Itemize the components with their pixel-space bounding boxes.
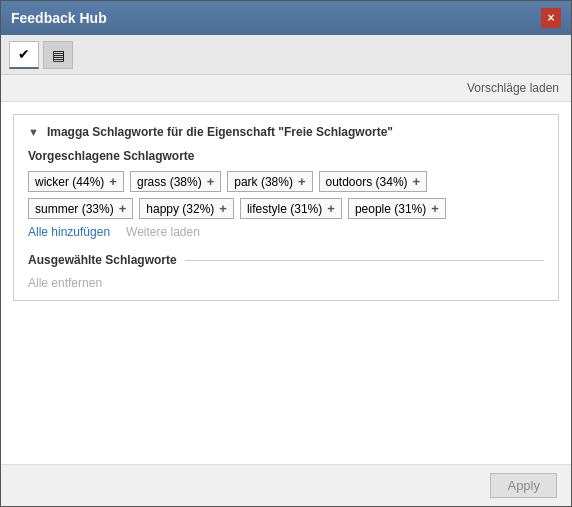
tag-lifestyle-add[interactable]: + [327, 201, 335, 216]
toolbar: ✔ ▤ [1, 35, 571, 75]
tag-happy-label: happy (32%) [146, 202, 214, 216]
tag-grass-add[interactable]: + [207, 174, 215, 189]
tag-outdoors-label: outdoors (34%) [326, 175, 408, 189]
window-title: Feedback Hub [11, 10, 107, 26]
tag-park: park (38%) + [227, 171, 312, 192]
footer: Apply [1, 464, 571, 506]
selected-label: Ausgewählte Schlagworte [28, 253, 544, 267]
section-links: Alle hinzufügen Weitere laden [28, 225, 544, 239]
tag-grass: grass (38%) + [130, 171, 221, 192]
tag-park-add[interactable]: + [298, 174, 306, 189]
toolbar-tab-1[interactable]: ✔ [9, 41, 39, 69]
tags-row-2: summer (33%) + happy (32%) + lifestyle (… [28, 198, 544, 219]
tag-outdoors: outdoors (34%) + [319, 171, 428, 192]
tag-outdoors-add[interactable]: + [413, 174, 421, 189]
add-all-link[interactable]: Alle hinzufügen [28, 225, 110, 239]
load-more-link[interactable]: Weitere laden [126, 225, 200, 239]
section-header: ▼ Imagga Schlagworte für die Eigenschaft… [28, 125, 544, 139]
tag-wicker-label: wicker (44%) [35, 175, 104, 189]
tag-people-add[interactable]: + [431, 201, 439, 216]
tag-summer-label: summer (33%) [35, 202, 114, 216]
section-keywords: ▼ Imagga Schlagworte für die Eigenschaft… [13, 114, 559, 301]
close-button[interactable]: × [541, 8, 561, 28]
main-content: ▼ Imagga Schlagworte für die Eigenschaft… [1, 102, 571, 464]
section-title: Imagga Schlagworte für die Eigenschaft "… [47, 125, 393, 139]
title-bar: Feedback Hub × [1, 1, 571, 35]
suggested-label: Vorgeschlagene Schlagworte [28, 149, 544, 163]
tag-people-label: people (31%) [355, 202, 426, 216]
tag-wicker-add[interactable]: + [109, 174, 117, 189]
load-suggestions-link[interactable]: Vorschläge laden [467, 81, 559, 95]
tag-people: people (31%) + [348, 198, 446, 219]
remove-all-link[interactable]: Alle entfernen [28, 276, 102, 290]
action-bar: Vorschläge laden [1, 75, 571, 102]
apply-button[interactable]: Apply [490, 473, 557, 498]
tags-row-1: wicker (44%) + grass (38%) + park (38%) … [28, 171, 544, 192]
tag-happy-add[interactable]: + [219, 201, 227, 216]
tag-summer-add[interactable]: + [119, 201, 127, 216]
selected-section: Ausgewählte Schlagworte Alle entfernen [28, 253, 544, 290]
checkmark-icon: ✔ [18, 46, 30, 62]
section-toggle-icon[interactable]: ▼ [28, 126, 39, 138]
tag-lifestyle: lifestyle (31%) + [240, 198, 342, 219]
tag-grass-label: grass (38%) [137, 175, 202, 189]
tag-happy: happy (32%) + [139, 198, 234, 219]
tag-lifestyle-label: lifestyle (31%) [247, 202, 322, 216]
tag-wicker: wicker (44%) + [28, 171, 124, 192]
toolbar-tab-2[interactable]: ▤ [43, 41, 73, 69]
tag-summer: summer (33%) + [28, 198, 133, 219]
list-icon: ▤ [52, 47, 65, 63]
feedback-hub-window: Feedback Hub × ✔ ▤ Vorschläge laden ▼ Im… [0, 0, 572, 507]
tag-park-label: park (38%) [234, 175, 293, 189]
